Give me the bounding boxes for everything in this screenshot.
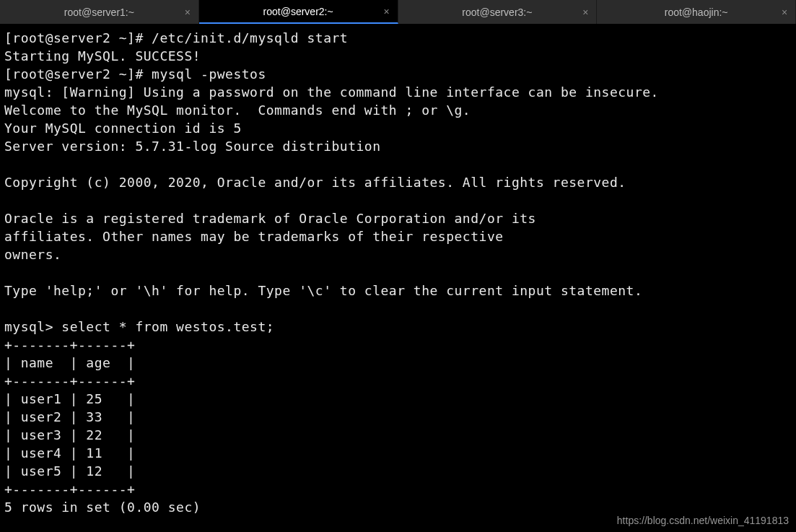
close-icon[interactable]: × xyxy=(779,7,790,17)
close-icon[interactable]: × xyxy=(382,6,392,17)
close-icon[interactable]: × xyxy=(183,7,193,17)
tab-server2[interactable]: root@server2:~ × xyxy=(199,0,398,24)
tab-label: root@server2:~ xyxy=(263,6,333,17)
tab-label: root@server1:~ xyxy=(64,6,134,18)
tab-label: root@server3:~ xyxy=(462,6,532,18)
tab-server3[interactable]: root@server3:~ × xyxy=(398,0,598,24)
tab-bar: root@server1:~ × root@server2:~ × root@s… xyxy=(0,0,796,25)
tab-server1[interactable]: root@server1:~ × xyxy=(0,0,199,24)
tab-haojin[interactable]: root@haojin:~ × xyxy=(597,0,796,24)
terminal-output[interactable]: [root@server2 ~]# /etc/init.d/mysqld sta… xyxy=(0,25,796,520)
tab-label: root@haojin:~ xyxy=(665,6,728,18)
close-icon[interactable]: × xyxy=(580,7,590,17)
watermark: https://blog.csdn.net/weixin_41191813 xyxy=(617,515,789,526)
